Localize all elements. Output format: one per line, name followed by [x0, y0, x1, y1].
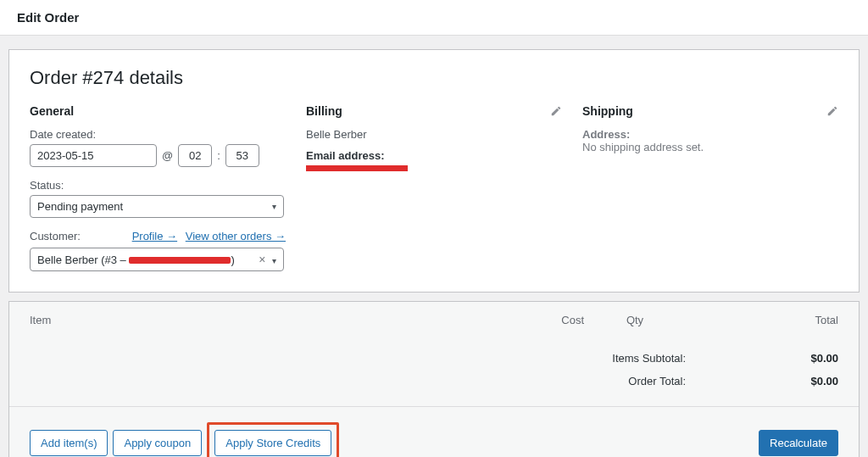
pencil-icon[interactable] — [826, 105, 838, 117]
order-total-value: $0.00 — [686, 375, 838, 387]
shipping-address-label: Address: — [582, 128, 838, 141]
customer-select[interactable]: Belle Berber (#3 – ) × ▾ — [30, 248, 284, 271]
topbar: Edit Order — [0, 0, 868, 36]
items-subtotal-value: $0.00 — [686, 352, 838, 365]
apply-store-credits-button[interactable]: Apply Store Credits — [214, 430, 331, 456]
col-total: Total — [686, 314, 838, 326]
add-items-button[interactable]: Add item(s) — [30, 430, 108, 456]
general-column: General Date created: @ : Status: Pendin… — [30, 104, 286, 271]
customer-links: Profile → View other orders → — [127, 230, 286, 242]
hour-input[interactable] — [178, 144, 212, 167]
profile-link[interactable]: Profile → — [132, 230, 177, 242]
minute-input[interactable] — [225, 144, 259, 167]
status-label: Status: — [30, 179, 286, 192]
order-heading: Order #274 details — [30, 67, 838, 89]
customer-label: Customer: — [30, 230, 81, 242]
billing-label: Billing — [306, 104, 342, 118]
actions-row: Add item(s) Apply coupon Apply Store Cre… — [9, 406, 859, 457]
pencil-icon[interactable] — [550, 105, 562, 117]
colon-separator: : — [217, 149, 220, 162]
shipping-column: Shipping Address: No shipping address se… — [582, 104, 838, 271]
general-label: General — [30, 104, 74, 118]
billing-name: Belle Berber — [306, 128, 562, 141]
col-item: Item — [30, 314, 482, 326]
chevron-down-icon: ▾ — [272, 202, 276, 211]
redacted-text — [129, 257, 231, 264]
redacted-email — [306, 165, 408, 171]
customer-value: Belle Berber (#3 – ) — [37, 254, 235, 266]
at-separator: @ — [162, 149, 173, 162]
date-created-label: Date created: — [30, 128, 286, 141]
status-value: Pending payment — [37, 200, 123, 213]
order-details-panel: Order #274 details General Date created:… — [8, 49, 860, 293]
items-header-row: Item Cost Qty Total — [9, 302, 859, 338]
date-input[interactable] — [30, 144, 157, 167]
page-title: Edit Order — [17, 10, 851, 25]
col-qty: Qty — [584, 314, 686, 326]
items-panel: Item Cost Qty Total Items Subtotal: $0.0… — [8, 301, 860, 457]
view-other-orders-link[interactable]: View other orders → — [186, 230, 286, 242]
chevron-down-icon: ▾ — [272, 256, 276, 265]
col-cost: Cost — [482, 314, 584, 326]
shipping-address-value: No shipping address set. — [582, 141, 838, 153]
status-select[interactable]: Pending payment ▾ — [30, 195, 284, 218]
items-subtotal-label: Items Subtotal: — [612, 352, 686, 365]
clear-icon[interactable]: × — [259, 253, 265, 266]
billing-column: Billing Belle Berber Email address: — [306, 104, 562, 271]
recalculate-button[interactable]: Recalculate — [759, 430, 838, 456]
order-total-label: Order Total: — [628, 375, 686, 387]
highlight-box: Apply Store Credits — [207, 422, 339, 457]
email-address-label: Email address: — [306, 149, 562, 162]
totals-block: Items Subtotal: $0.00 Order Total: $0.00 — [9, 338, 859, 406]
apply-coupon-button[interactable]: Apply coupon — [113, 430, 202, 456]
shipping-label: Shipping — [582, 104, 633, 118]
